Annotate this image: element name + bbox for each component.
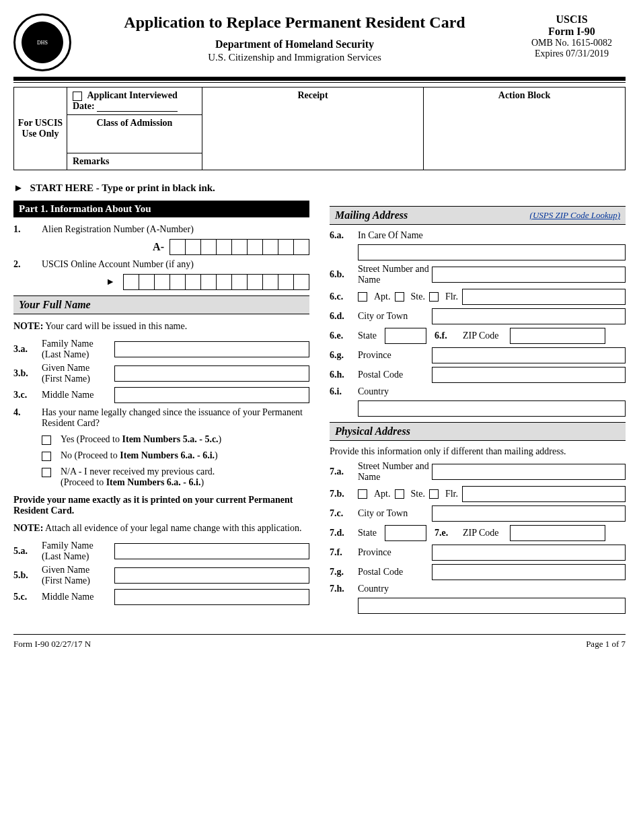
q4-label: Has your name legally changed since the …	[42, 407, 309, 429]
given-name-card-input[interactable]	[114, 567, 309, 584]
postal-code-input[interactable]	[432, 367, 626, 383]
phys-postal-code-input[interactable]	[432, 564, 626, 580]
phys-unit-number-input[interactable]	[462, 486, 626, 502]
phys-province-input[interactable]	[432, 545, 626, 561]
q7g-number: 7.g.	[330, 567, 358, 578]
q7f-number: 7.f.	[330, 547, 358, 558]
online-account-number-input[interactable]	[123, 274, 309, 290]
remarks-label: Remarks	[73, 156, 109, 166]
q6b-number: 6.b.	[330, 269, 358, 280]
q6b-label: Street Number and Name	[358, 264, 432, 285]
phys-apt-checkbox[interactable]	[358, 489, 367, 499]
q7e-label: ZIP Code	[463, 528, 510, 538]
class-of-admission-label: Class of Admission	[97, 118, 173, 128]
country-input[interactable]	[358, 400, 626, 417]
q7h-number: 7.h.	[330, 584, 358, 594]
q6i-number: 6.i.	[330, 386, 358, 397]
q4-number: 4.	[13, 407, 42, 418]
province-input[interactable]	[432, 347, 626, 363]
unit-number-input[interactable]	[462, 289, 626, 305]
form-title: Application to Replace Permanent Residen…	[78, 13, 511, 32]
q6h-number: 6.h.	[330, 370, 358, 380]
q1-label: Alien Registration Number (A-Number)	[42, 224, 194, 235]
physical-address-header: Physical Address	[330, 422, 626, 441]
q7c-label: City or Town	[358, 508, 432, 519]
city-input[interactable]	[432, 308, 626, 324]
middle-name-card-input[interactable]	[114, 589, 309, 605]
interviewed-label: Applicant Interviewed	[87, 90, 178, 100]
q3b-label: Given Name (First Name)	[42, 363, 109, 384]
divider	[13, 77, 626, 81]
q4-yes-checkbox[interactable]	[42, 435, 51, 445]
given-name-input[interactable]	[114, 365, 309, 382]
q4-no-label: No (Proceed to Item Numbers 6.a. - 6.i.)	[61, 450, 218, 461]
q7e-number: 7.e.	[435, 528, 463, 538]
mailing-address-header: Mailing Address (USPS ZIP Code Lookup)	[330, 206, 626, 225]
action-block-label: Action Block	[424, 88, 625, 170]
form-header: DHS Application to Replace Permanent Res…	[13, 13, 626, 71]
uscis-label: USCIS	[518, 13, 626, 26]
q6f-label: ZIP Code	[463, 330, 510, 341]
q5c-number: 5.c.	[13, 592, 42, 602]
middle-name-input[interactable]	[114, 387, 309, 403]
apt-checkbox[interactable]	[358, 292, 367, 302]
dhs-seal-icon: DHS	[13, 13, 71, 71]
state-input[interactable]	[385, 328, 426, 344]
family-name-input[interactable]	[114, 341, 309, 357]
q4-na-checkbox[interactable]	[42, 468, 51, 477]
applicant-interviewed-checkbox[interactable]	[73, 92, 82, 101]
phys-street-input[interactable]	[432, 464, 626, 480]
phys-city-input[interactable]	[432, 505, 626, 522]
q6d-number: 6.d.	[330, 311, 358, 322]
right-column: Mailing Address (USPS ZIP Code Lookup) 6…	[330, 201, 626, 614]
q6a-label: In Care Of Name	[358, 230, 423, 241]
divider	[13, 82, 626, 83]
q5c-label: Middle Name	[42, 592, 109, 602]
q2-label: USCIS Online Account Number (if any)	[42, 259, 194, 270]
q3b-number: 3.b.	[13, 368, 42, 379]
q5b-number: 5.b.	[13, 570, 42, 581]
phys-zip-input[interactable]	[510, 525, 605, 541]
left-column: Part 1. Information About You 1. Alien R…	[13, 201, 309, 614]
flr-checkbox[interactable]	[429, 292, 439, 302]
q7h-label: Country	[358, 584, 389, 594]
family-name-card-input[interactable]	[114, 543, 309, 559]
agency: U.S. Citizenship and Immigration Service…	[78, 52, 511, 63]
q7d-number: 7.d.	[330, 528, 358, 538]
date-input[interactable]	[97, 102, 178, 112]
q5a-label: Family Name (Last Name)	[42, 540, 109, 562]
a-number-input[interactable]	[170, 239, 309, 255]
phys-state-input[interactable]	[385, 525, 426, 541]
q3c-label: Middle Name	[42, 390, 109, 400]
q6e-label: State	[358, 330, 385, 341]
usps-zip-lookup-link[interactable]: (USPS ZIP Code Lookup)	[530, 210, 620, 221]
phys-country-input[interactable]	[358, 598, 626, 614]
provide-name-instruction: Provide your name exactly as it is print…	[13, 495, 309, 516]
q4-yes-label: Yes (Proceed to Item Numbers 5.a. - 5.c.…	[61, 434, 221, 445]
q6h-label: Postal Code	[358, 370, 432, 380]
page-footer: Form I-90 02/27/17 N Page 1 of 7	[13, 634, 626, 650]
street-input[interactable]	[432, 267, 626, 283]
q7d-label: State	[358, 528, 385, 538]
q4-no-checkbox[interactable]	[42, 452, 51, 461]
zip-input[interactable]	[510, 328, 605, 344]
uscis-use-only-label: For USCIS Use Only	[14, 88, 67, 170]
ste-checkbox[interactable]	[395, 292, 404, 302]
in-care-of-input[interactable]	[358, 244, 626, 260]
q4-na-label: N/A - I never received my previous card.…	[61, 466, 215, 488]
q1-number: 1.	[13, 224, 42, 235]
q6c-number: 6.c.	[330, 291, 358, 302]
q6i-label: Country	[358, 386, 389, 397]
omb-number: OMB No. 1615-0082	[518, 38, 626, 48]
arrow-icon: ►	[106, 277, 115, 287]
phys-ste-checkbox[interactable]	[395, 489, 404, 499]
q6e-number: 6.e.	[330, 330, 358, 341]
a-number-prefix: A-	[153, 241, 164, 253]
footer-page-number: Page 1 of 7	[586, 639, 626, 650]
phys-flr-checkbox[interactable]	[429, 489, 439, 499]
q7c-number: 7.c.	[330, 508, 358, 519]
q3a-number: 3.a.	[13, 344, 42, 355]
form-number: Form I-90	[518, 26, 626, 38]
department: Department of Homeland Security	[78, 38, 511, 50]
expires: Expires 07/31/2019	[518, 48, 626, 59]
